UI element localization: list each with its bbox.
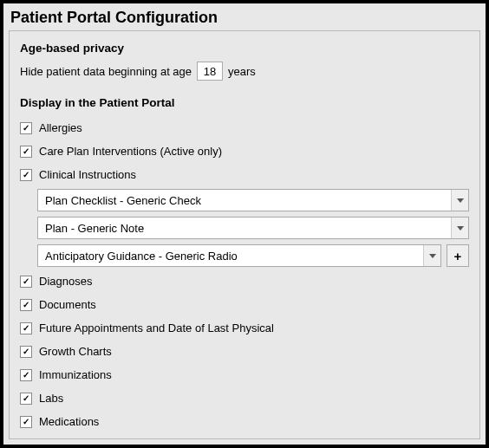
option-row: Medications	[20, 410, 469, 433]
options-list: AllergiesCare Plan Interventions (Active…	[20, 116, 469, 433]
option-label: Immunizations	[39, 368, 112, 381]
checkbox[interactable]	[20, 416, 32, 428]
option-label: Care Plan Interventions (Active only)	[39, 145, 222, 158]
dropdown-selected: Plan Checklist - Generic Check	[38, 194, 451, 207]
age-label-before: Hide patient data beginning at age	[20, 65, 192, 78]
dropdown-selected: Plan - Generic Note	[38, 222, 451, 235]
scroll-panel[interactable]: Age-based privacy Hide patient data begi…	[9, 30, 480, 439]
option-row: Growth Charts	[20, 340, 469, 363]
dropdown-row: Anticipatory Guidance - Generic Radio+	[20, 242, 469, 269]
clinical-instruction-dropdown[interactable]: Plan - Generic Note	[37, 217, 469, 239]
window-title: Patient Portal Configuration	[3, 3, 486, 30]
option-label: Future Appointments and Date of Last Phy…	[39, 321, 274, 334]
option-label: Labs	[39, 392, 63, 405]
option-label: Clinical Instructions	[39, 168, 136, 181]
option-row: Immunizations	[20, 363, 469, 386]
add-button[interactable]: +	[447, 244, 469, 267]
dropdown-selected: Anticipatory Guidance - Generic Radio	[38, 250, 423, 263]
clinical-instruction-dropdown[interactable]: Plan Checklist - Generic Check	[37, 189, 469, 211]
dropdown-row: Plan Checklist - Generic Check	[20, 186, 469, 214]
option-label: Documents	[39, 298, 96, 311]
age-input[interactable]	[197, 62, 223, 81]
option-row: Labs	[20, 386, 469, 410]
option-label: Medications	[39, 415, 99, 428]
option-row: Clinical Instructions	[20, 163, 469, 186]
checkbox[interactable]	[20, 346, 32, 358]
panel-wrap: Age-based privacy Hide patient data begi…	[3, 30, 486, 445]
option-row: Future Appointments and Date of Last Phy…	[20, 316, 469, 340]
checkbox[interactable]	[20, 322, 32, 334]
privacy-heading: Age-based privacy	[20, 42, 469, 55]
option-row: Allergies	[20, 116, 469, 140]
config-window: Patient Portal Configuration Age-based p…	[0, 0, 489, 448]
display-heading: Display in the Patient Portal	[20, 96, 469, 109]
checkbox[interactable]	[20, 122, 32, 134]
checkbox[interactable]	[20, 169, 32, 181]
chevron-down-icon[interactable]	[451, 218, 468, 238]
chevron-down-icon[interactable]	[451, 190, 468, 211]
checkbox[interactable]	[20, 369, 32, 381]
checkbox[interactable]	[20, 276, 32, 288]
age-label-after: years	[228, 65, 256, 78]
dropdown-row: Plan - Generic Note	[20, 214, 469, 242]
option-row: Diagnoses	[20, 269, 469, 293]
option-label: Diagnoses	[39, 275, 92, 288]
checkbox[interactable]	[20, 299, 32, 311]
option-row: Documents	[20, 293, 469, 316]
option-row: Care Plan Interventions (Active only)	[20, 140, 469, 163]
checkbox[interactable]	[20, 146, 32, 158]
chevron-down-icon[interactable]	[423, 245, 440, 266]
clinical-instruction-dropdown[interactable]: Anticipatory Guidance - Generic Radio	[37, 244, 441, 267]
option-label: Growth Charts	[39, 345, 112, 358]
option-label: Allergies	[39, 121, 82, 134]
checkbox[interactable]	[20, 393, 32, 405]
age-row: Hide patient data beginning at age years	[20, 62, 469, 81]
